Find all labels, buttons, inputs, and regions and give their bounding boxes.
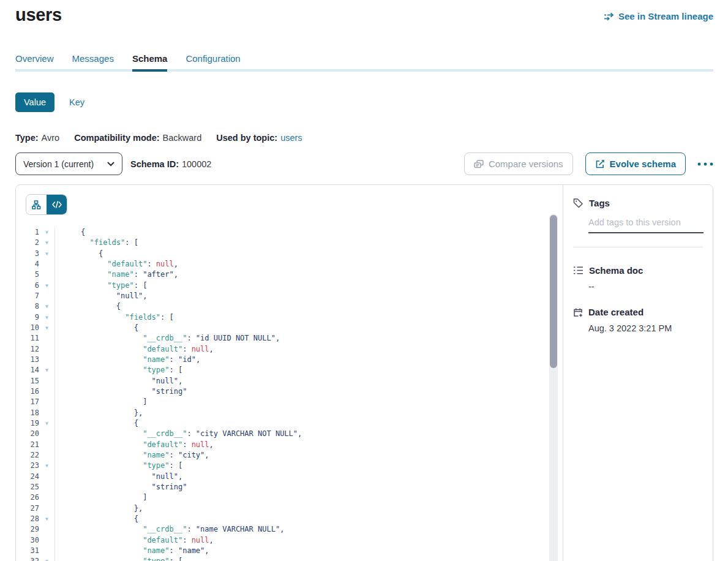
code-text: { — [55, 301, 121, 312]
fold-gutter — [39, 440, 55, 450]
key-toggle-link[interactable]: Key — [69, 97, 84, 107]
code-line: 1▼{ — [16, 227, 563, 238]
line-number: 23 — [16, 461, 39, 471]
code-line: 10▼ { — [16, 323, 563, 333]
line-number: 30 — [16, 535, 39, 546]
line-number: 11 — [16, 333, 39, 344]
schema-panel: 1▼{2▼ "fields": [3▼ {4 "default": null,5… — [15, 184, 713, 561]
meta-type: Type:Avro — [15, 133, 59, 143]
more-actions-button[interactable] — [697, 162, 713, 166]
page-title: users — [15, 5, 62, 25]
compare-versions-button[interactable]: Compare versions — [464, 152, 573, 175]
evolve-schema-button[interactable]: Evolve schema — [585, 152, 686, 175]
meta-compatibility: Compatibility mode:Backward — [74, 133, 201, 143]
fold-toggle-icon[interactable]: ▼ — [39, 312, 55, 323]
fold-toggle-icon[interactable]: ▼ — [39, 238, 55, 248]
code-line: 29 "__crdb__": "name VARCHAR NULL", — [16, 524, 563, 535]
date-created-header: Date created — [573, 307, 703, 317]
line-number: 13 — [16, 355, 39, 365]
editor-scrollbar-thumb[interactable] — [550, 215, 557, 368]
schema-json-editor[interactable]: 1▼{2▼ "fields": [3▼ {4 "default": null,5… — [16, 227, 563, 561]
tree-view-button[interactable] — [26, 195, 47, 214]
line-number: 3 — [16, 249, 39, 259]
code-text: "__crdb__": "id UUID NOT NULL", — [55, 333, 280, 344]
code-text: "string" — [55, 482, 187, 492]
tags-section-header: Tags — [573, 198, 703, 208]
tab-configuration[interactable]: Configuration — [186, 53, 240, 72]
code-line: 16 "string" — [16, 386, 563, 397]
code-text: }, — [55, 408, 143, 418]
code-text: "default": null, — [55, 259, 178, 269]
code-text: "name": "city", — [55, 450, 209, 461]
schema-id: Schema ID:100002 — [130, 159, 211, 169]
code-line: 2▼ "fields": [ — [16, 238, 563, 248]
fold-toggle-icon[interactable]: ▼ — [39, 418, 55, 429]
code-line: 21 "default": null, — [16, 440, 563, 450]
fold-toggle-icon[interactable]: ▼ — [39, 249, 55, 259]
code-line: 9▼ "fields": [ — [16, 312, 563, 323]
fold-gutter — [39, 450, 55, 461]
code-text: { — [55, 227, 85, 238]
tab-overview[interactable]: Overview — [15, 53, 54, 72]
tab-messages[interactable]: Messages — [72, 53, 114, 72]
line-number: 19 — [16, 418, 39, 429]
code-line: 27 }, — [16, 503, 563, 514]
code-text: "__crdb__": "name VARCHAR NULL", — [55, 524, 284, 535]
fold-toggle-icon[interactable]: ▼ — [39, 301, 55, 312]
schema-code-pane: 1▼{2▼ "fields": [3▼ {4 "default": null,5… — [16, 185, 563, 561]
tag-icon — [573, 198, 584, 208]
fold-gutter — [39, 408, 55, 418]
code-line: 14▼ "type": [ — [16, 365, 563, 375]
fold-gutter — [39, 492, 55, 503]
code-text: "string" — [55, 386, 187, 397]
fold-gutter — [39, 524, 55, 535]
fold-toggle-icon[interactable]: ▼ — [39, 556, 55, 561]
line-number: 4 — [16, 259, 39, 269]
line-number: 2 — [16, 238, 39, 248]
version-select[interactable]: Version 1 (current) — [15, 152, 122, 175]
code-text: "__crdb__": "city VARCHAR NOT NULL", — [55, 429, 302, 439]
schema-page: users See in Stream lineage OverviewMess… — [0, 0, 728, 561]
chevron-down-icon — [107, 162, 114, 167]
tab-schema[interactable]: Schema — [132, 53, 168, 72]
fold-toggle-icon[interactable]: ▼ — [39, 280, 55, 291]
topic-link[interactable]: users — [280, 133, 302, 143]
fold-gutter — [39, 344, 55, 355]
line-number: 21 — [16, 440, 39, 450]
list-icon — [573, 266, 584, 275]
code-line: 11 "__crdb__": "id UUID NOT NULL", — [16, 333, 563, 344]
fold-gutter — [39, 546, 55, 556]
fold-gutter — [39, 269, 55, 280]
fold-gutter — [39, 535, 55, 546]
code-line: 5 "name": "after", — [16, 269, 563, 280]
line-number: 14 — [16, 365, 39, 375]
code-line: 25 "string" — [16, 482, 563, 492]
see-in-stream-lineage-link[interactable]: See in Stream lineage — [604, 11, 713, 21]
meta-used-by-topic: Used by topic:users — [216, 133, 302, 143]
schema-part-toggle: Value Key — [15, 92, 713, 112]
value-toggle-button[interactable]: Value — [15, 92, 54, 112]
code-text: "null", — [55, 376, 182, 386]
ellipsis-icon — [697, 162, 713, 166]
line-number: 15 — [16, 376, 39, 386]
line-number: 1 — [16, 227, 39, 238]
stream-lineage-icon — [604, 12, 614, 21]
editor-scrollbar-track[interactable] — [549, 214, 558, 561]
fold-gutter — [39, 291, 55, 301]
fold-toggle-icon[interactable]: ▼ — [39, 323, 55, 333]
fold-toggle-icon[interactable]: ▼ — [39, 461, 55, 471]
fold-gutter — [39, 355, 55, 365]
add-tags-input[interactable] — [588, 216, 704, 233]
code-view-button[interactable] — [47, 195, 67, 214]
fold-toggle-icon[interactable]: ▼ — [39, 514, 55, 524]
sidebar-divider — [573, 247, 703, 247]
code-line: 24 "null", — [16, 472, 563, 482]
code-text: "type": [ — [55, 556, 182, 561]
code-text: ] — [55, 492, 147, 503]
code-line: 3▼ { — [16, 249, 563, 259]
fold-toggle-icon[interactable]: ▼ — [39, 227, 55, 238]
code-text: "type": [ — [55, 365, 182, 375]
fold-toggle-icon[interactable]: ▼ — [39, 365, 55, 375]
line-number: 28 — [16, 514, 39, 524]
line-number: 17 — [16, 397, 39, 407]
